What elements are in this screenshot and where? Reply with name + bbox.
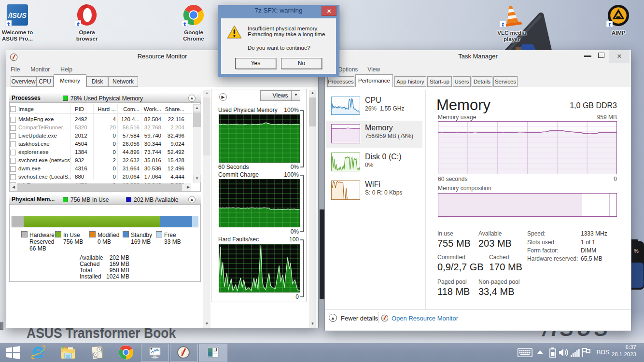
- svg-text:/ISUS: /ISUS: [8, 12, 27, 19]
- svg-text:%: %: [634, 248, 639, 254]
